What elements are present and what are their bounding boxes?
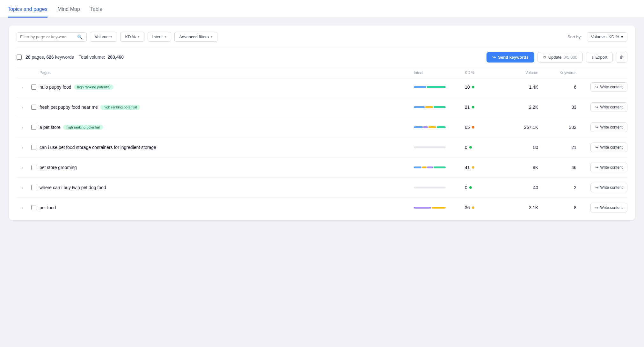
kd-value: 21 xyxy=(465,105,470,110)
kd-dot xyxy=(469,146,472,149)
tab-table[interactable]: Table xyxy=(90,0,102,18)
expand-cell: › xyxy=(17,85,28,90)
expand-button[interactable]: › xyxy=(22,205,23,210)
checkbox-cell xyxy=(28,165,40,170)
expand-button[interactable]: › xyxy=(22,105,23,110)
intent-segment xyxy=(414,126,423,128)
kd-cell: 41 xyxy=(465,165,500,170)
intent-segment xyxy=(437,126,446,128)
total-volume: 283,460 xyxy=(107,55,124,60)
intent-segment xyxy=(414,187,446,188)
send-keywords-button[interactable]: ↪ Send keywords xyxy=(487,52,534,63)
intent-segment xyxy=(425,106,433,108)
volume-filter-button[interactable]: Volume ▾ xyxy=(90,32,117,42)
advanced-filter-button[interactable]: Advanced filters ▾ xyxy=(174,32,217,42)
select-all-checkbox[interactable] xyxy=(17,55,22,60)
update-label: Update xyxy=(548,55,562,60)
main-panel: 🔍 Volume ▾ KD % ▾ Intent ▾ Advanced filt… xyxy=(9,26,635,220)
intent-filter-button[interactable]: Intent ▾ xyxy=(148,32,172,42)
row-checkbox[interactable] xyxy=(31,185,36,190)
intent-bar xyxy=(414,166,446,168)
volume-cell: 8K xyxy=(500,165,538,170)
intent-segment xyxy=(414,106,425,108)
app-container: Topics and pages Mind Map Table 🔍 Volume… xyxy=(0,0,644,347)
write-content-button[interactable]: ↪ Write content xyxy=(590,163,627,172)
intent-segment xyxy=(432,207,446,209)
page-name-text: fresh pet puppy food near me xyxy=(40,105,98,110)
kd-chevron-icon: ▾ xyxy=(138,35,140,39)
keywords-cell: 33 xyxy=(538,105,576,110)
col-volume: Volume xyxy=(500,70,538,75)
intent-segment xyxy=(434,106,446,108)
write-content-button[interactable]: ↪ Write content xyxy=(590,203,627,212)
keywords-cell: 8 xyxy=(538,205,576,210)
filter-row: 🔍 Volume ▾ KD % ▾ Intent ▾ Advanced filt… xyxy=(17,32,627,42)
ranking-badge: high ranking potential xyxy=(63,125,103,130)
volume-cell: 3.1K xyxy=(500,205,538,210)
row-checkbox[interactable] xyxy=(31,205,36,210)
page-name-text: per food xyxy=(40,205,56,210)
write-content-button[interactable]: ↪ Write content xyxy=(590,102,627,112)
write-content-button[interactable]: ↪ Write content xyxy=(590,82,627,92)
trash-icon: 🗑 xyxy=(619,55,624,60)
delete-button[interactable]: 🗑 xyxy=(616,52,627,63)
keywords-cell: 6 xyxy=(538,85,576,90)
keywords-cell: 382 xyxy=(538,125,576,130)
export-button[interactable]: ↑ Export xyxy=(586,52,613,63)
summary-bar: 26 pages, 626 keywords Total volume: 283… xyxy=(17,47,627,67)
intent-segment xyxy=(422,166,427,168)
advanced-filter-label: Advanced filters xyxy=(179,34,209,39)
intent-segment xyxy=(428,126,436,128)
send-icon: ↪ xyxy=(492,55,496,60)
intent-cell xyxy=(414,86,465,88)
page-name-cell: a pet store high ranking potential xyxy=(40,125,414,130)
intent-segment xyxy=(414,146,446,148)
volume-cell: 2.2K xyxy=(500,105,538,110)
expand-button[interactable]: › xyxy=(22,165,23,170)
search-icon: 🔍 xyxy=(77,34,83,40)
tab-mind-map[interactable]: Mind Map xyxy=(58,0,80,18)
table-row: › pet store grooming 41 8K 46 ↪ Write co… xyxy=(17,158,627,178)
write-icon: ↪ xyxy=(595,85,598,89)
page-name-cell: can i use pet food storage containers fo… xyxy=(40,145,414,150)
sort-label: Sort by: xyxy=(567,34,582,39)
search-button[interactable]: 🔍 xyxy=(77,34,83,40)
table-body: › nulo puppy food high ranking potential… xyxy=(17,77,627,218)
volume-cell: 257.1K xyxy=(500,125,538,130)
write-content-button[interactable]: ↪ Write content xyxy=(590,183,627,192)
expand-button[interactable]: › xyxy=(22,85,23,90)
row-checkbox[interactable] xyxy=(31,85,36,90)
intent-filter-label: Intent xyxy=(152,34,163,39)
row-checkbox[interactable] xyxy=(31,125,36,130)
col-kd: KD % xyxy=(465,70,500,75)
intent-bar xyxy=(414,86,446,88)
page-name-text: a pet store xyxy=(40,125,61,130)
expand-button[interactable]: › xyxy=(22,185,23,190)
row-checkbox[interactable] xyxy=(31,165,36,170)
intent-cell xyxy=(414,166,465,168)
tab-topics-pages[interactable]: Topics and pages xyxy=(8,0,48,18)
search-input[interactable] xyxy=(20,34,77,39)
write-content-button[interactable]: ↪ Write content xyxy=(590,122,627,132)
action-cell: ↪ Write content xyxy=(576,82,627,92)
expand-button[interactable]: › xyxy=(22,125,23,130)
write-label: Write content xyxy=(600,105,623,109)
write-content-button[interactable]: ↪ Write content xyxy=(590,143,627,152)
row-checkbox[interactable] xyxy=(31,145,36,150)
expand-button[interactable]: › xyxy=(22,145,23,150)
keywords-cell: 2 xyxy=(538,185,576,190)
kd-filter-button[interactable]: KD % ▾ xyxy=(120,32,144,42)
expand-cell: › xyxy=(17,125,28,130)
ranking-badge: high ranking potential xyxy=(100,105,140,110)
expand-cell: › xyxy=(17,165,28,170)
intent-segment xyxy=(423,126,428,128)
col-pages: Pages xyxy=(40,70,414,75)
row-checkbox[interactable] xyxy=(31,105,36,110)
action-cell: ↪ Write content xyxy=(576,122,627,132)
export-label: Export xyxy=(595,55,607,60)
checkbox-cell xyxy=(28,85,40,90)
sort-select-button[interactable]: Volume - KD % ▾ xyxy=(587,32,627,41)
volume-filter-label: Volume xyxy=(95,34,108,39)
intent-bar xyxy=(414,126,446,128)
update-button[interactable]: ↻ Update 0/5,000 xyxy=(538,52,583,63)
